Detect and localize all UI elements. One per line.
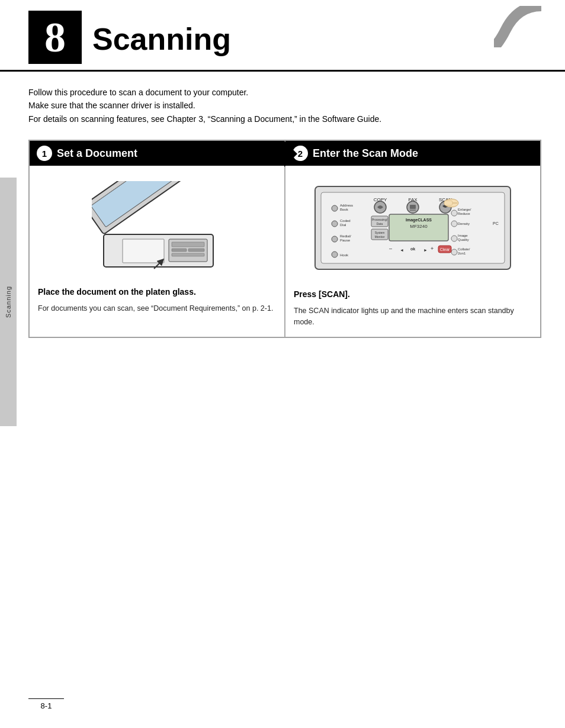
- step-1-main-text: Place the document on the platen glass.: [38, 286, 276, 298]
- intro-line2: Make sure that the scanner driver is ins…: [28, 99, 541, 112]
- svg-text:◄: ◄: [400, 248, 404, 252]
- svg-text:Pause: Pause: [340, 239, 351, 242]
- step-1-sub-text: For documents you can scan, see “Documen…: [38, 303, 276, 314]
- svg-rect-7: [188, 249, 204, 252]
- svg-text:Image: Image: [458, 234, 468, 237]
- step-1: 1 Set a Document: [29, 140, 285, 337]
- svg-text:Collate/: Collate/: [458, 247, 470, 251]
- svg-text:Reduce: Reduce: [458, 212, 470, 215]
- intro-line3: For details on scanning features, see Ch…: [28, 112, 541, 125]
- svg-text:–: –: [389, 246, 392, 252]
- svg-rect-2: [92, 181, 186, 227]
- svg-rect-60: [444, 201, 452, 205]
- step-2-header: 2 Enter the Scan Mode: [285, 141, 540, 166]
- step-2-sub-text: The SCAN indicator lights up and the mac…: [294, 305, 532, 328]
- steps-container: 1 Set a Document: [28, 140, 541, 338]
- svg-point-50: [451, 249, 457, 255]
- svg-point-29: [332, 252, 338, 257]
- svg-text:Book: Book: [340, 208, 349, 211]
- main-content: Follow this procedure to scan a document…: [0, 72, 565, 352]
- svg-point-44: [451, 221, 457, 227]
- scanner-illustration: [92, 181, 222, 276]
- machine-illustration: COPY FAX SCAN: [312, 178, 513, 278]
- svg-rect-17: [410, 205, 416, 209]
- chapter-header: 8 Scanning: [0, 0, 565, 72]
- svg-point-23: [332, 221, 338, 227]
- svg-text:Redial/: Redial/: [340, 234, 351, 238]
- scanner-illustration-container: [38, 181, 276, 276]
- chapter-title: Scanning: [92, 11, 231, 57]
- svg-text:Address: Address: [340, 204, 353, 207]
- side-tab-label: Scanning: [5, 286, 12, 318]
- svg-text:Dial: Dial: [340, 223, 346, 227]
- svg-text:ok: ok: [410, 247, 415, 251]
- svg-text:Monitor: Monitor: [375, 235, 385, 239]
- step-2-title: Enter the Scan Mode: [313, 147, 418, 160]
- page-number: 8-1: [41, 701, 52, 710]
- step-2: 2 Enter the Scan Mode COPY FAX SCAN: [285, 140, 541, 337]
- step-1-arrow: [284, 141, 297, 167]
- svg-text:ImageCLASS: ImageCLASS: [406, 218, 432, 223]
- svg-text:MF3240: MF3240: [410, 224, 428, 229]
- svg-rect-9: [123, 239, 164, 263]
- svg-point-47: [451, 236, 457, 241]
- chapter-number: 8: [28, 11, 82, 64]
- step-1-body: Place the document on the platen glass. …: [30, 166, 284, 323]
- step-1-header: 1 Set a Document: [30, 141, 284, 166]
- step-2-main-text: Press [SCAN].: [294, 289, 532, 301]
- svg-text:Density: Density: [458, 222, 470, 226]
- svg-text:Coded: Coded: [340, 219, 351, 223]
- svg-point-26: [332, 236, 338, 242]
- svg-rect-5: [172, 242, 204, 247]
- chapter-curve-decoration: [494, 6, 541, 47]
- svg-text:►: ►: [423, 248, 428, 252]
- step-2-body: COPY FAX SCAN: [285, 166, 540, 337]
- svg-text:2on1: 2on1: [458, 252, 466, 255]
- intro-text: Follow this procedure to scan a document…: [28, 86, 541, 125]
- machine-illustration-container: COPY FAX SCAN: [294, 178, 532, 278]
- svg-text:PC: PC: [493, 221, 499, 226]
- svg-text:Enlarge/: Enlarge/: [458, 208, 471, 211]
- svg-text:Hook: Hook: [340, 253, 349, 257]
- intro-line1: Follow this procedure to scan a document…: [28, 86, 541, 99]
- svg-rect-8: [172, 253, 204, 256]
- svg-text:Quality: Quality: [458, 238, 469, 241]
- svg-point-42: [451, 210, 457, 216]
- svg-text:Processing/: Processing/: [372, 218, 388, 221]
- step-1-title: Set a Document: [57, 147, 137, 160]
- step-1-number: 1: [37, 146, 52, 161]
- svg-text:Clear: Clear: [440, 247, 450, 252]
- page-footer: 8-1: [28, 698, 64, 710]
- svg-text:System: System: [375, 231, 385, 234]
- svg-text:Data: Data: [377, 222, 383, 226]
- side-tab: Scanning: [0, 178, 17, 426]
- svg-rect-6: [172, 249, 187, 252]
- svg-point-20: [332, 205, 338, 211]
- svg-text:+: +: [431, 246, 434, 252]
